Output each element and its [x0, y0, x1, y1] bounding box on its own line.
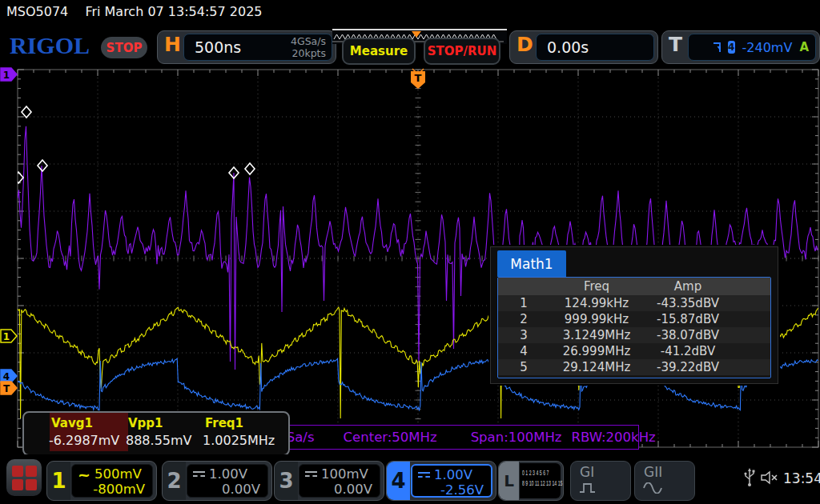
channel-4-offset: -2.56V	[412, 482, 491, 498]
memory-depth: 20kpts	[291, 47, 326, 59]
measurement-label: Vavg1	[51, 416, 93, 430]
column-freq: Freq	[549, 278, 644, 295]
clock: 13:54	[783, 470, 820, 486]
logic-row-2: 8 9 10 11 12 13 14 15	[522, 478, 543, 488]
stop-run-button[interactable]: STOP/RUN	[424, 38, 500, 65]
math1-table-rows: 1124.99kHz-43.35dBV2999.99kHz-15.87dBV33…	[498, 295, 770, 375]
table-row: 33.1249MHz-38.07dBV	[498, 327, 770, 343]
logic-channels-box[interactable]: L 0 1 2 3 4 5 6 7 8 9 10 11 12 13 14 15	[498, 461, 564, 501]
peak-markers	[14, 106, 255, 183]
generator-2-label: GII	[644, 464, 662, 480]
trigger-label: T	[669, 33, 682, 56]
fft-center: Center:50MHz	[344, 430, 437, 445]
model-name: MSO5074	[6, 4, 68, 19]
dc-coupling-icon	[305, 470, 317, 478]
square-wave-icon	[579, 482, 600, 494]
horizontal-label: H	[164, 33, 181, 56]
channel-3-offset: 0.00V	[299, 482, 380, 497]
math1-popup: Math1 Freq Amp 1124.99kHz-43.35dBV2999.9…	[490, 246, 778, 384]
sine-wave-icon	[643, 482, 664, 494]
channel-4-number: 4	[387, 462, 410, 500]
channel-2-box[interactable]: 2 1.00V 0.00V	[162, 461, 272, 501]
channel-3-box[interactable]: 3 100mV 0.00V	[274, 461, 384, 501]
logic-row-1: 0 1 2 3 4 5 6 7	[522, 467, 543, 478]
measurement-popup[interactable]: Vavg1 -6.2987mV Vpp1 888.55mV Freq1 1.00…	[22, 411, 290, 456]
channel-1-offset: -800mV	[72, 482, 152, 497]
run-state-badge: STOP	[101, 37, 147, 58]
measurement-value: 1.0025MHz	[203, 433, 275, 448]
menu-grid-icon	[12, 466, 37, 490]
delay-label: D	[517, 33, 533, 56]
status-line: MSO5074 Fri March 07 13:54:57 2025	[6, 4, 263, 19]
horizontal-settings-box[interactable]: H 500ns 4GSa/s 20kpts	[157, 30, 336, 64]
channel-3-number: 3	[275, 462, 298, 500]
table-row: 426.999MHz-41.2dBV	[498, 343, 770, 359]
dc-coupling-icon	[418, 471, 430, 479]
measurement-value: 888.55mV	[126, 433, 192, 448]
math1-peak-table: Freq Amp 1124.99kHz-43.35dBV2999.99kHz-1…	[497, 277, 771, 378]
measurement-label: Freq1	[205, 416, 243, 430]
svg-text:1: 1	[3, 70, 10, 81]
table-row: 2999.99kHz-15.87dBV	[498, 311, 770, 327]
trigger-slope-icon	[713, 41, 721, 54]
logic-label: L	[499, 462, 519, 500]
svg-text:T: T	[3, 383, 10, 394]
table-row: 1124.99kHz-43.35dBV	[498, 295, 770, 311]
channel-4-scale: 1.00V	[434, 467, 472, 482]
fft-status-bar: GSa/s Center:50MHz Span:100MHz RBW:200kH…	[271, 425, 639, 450]
svg-text:4: 4	[3, 371, 10, 382]
bottom-bar: 1 ~500mV -800mV 2 1.00V 0.00V 3 100mV 0.…	[0, 454, 820, 504]
channel-1-box[interactable]: 1 ~500mV -800mV	[46, 461, 157, 501]
measure-button[interactable]: Measure	[342, 38, 416, 65]
trigger-level-value: -240mV	[742, 40, 793, 55]
speaker-muted-icon	[761, 470, 782, 485]
dc-coupling-icon	[193, 470, 205, 478]
trigger-source-badge: 4	[728, 41, 735, 54]
math1-tab[interactable]: Math1	[497, 250, 566, 277]
sample-rate: 4GSa/s	[291, 35, 326, 47]
generator-1-label: GI	[580, 464, 594, 480]
generator-1-box[interactable]: GI	[570, 461, 631, 501]
timebase-value: 500ns	[184, 38, 241, 56]
table-row: 529.124MHz-39.22dBV	[498, 359, 770, 375]
trigger-position-marker: T	[411, 69, 425, 89]
column-amp: Amp	[644, 278, 732, 295]
delay-value: 0.00s	[537, 38, 589, 56]
datetime: Fri March 07 13:54:57 2025	[85, 4, 262, 19]
channel-1-scale: 500mV	[94, 466, 142, 482]
trigger-mode-auto: A	[799, 40, 809, 54]
measurement-label: Vpp1	[128, 416, 163, 430]
fft-rbw: RBW:200kHz	[572, 430, 656, 445]
generator-2-box[interactable]: GII	[634, 461, 695, 501]
svg-text:T: T	[415, 72, 422, 84]
ac-coupling-icon: ~	[78, 469, 90, 480]
channel-2-number: 2	[163, 462, 186, 500]
channel-2-scale: 1.00V	[209, 466, 247, 482]
channel-3-scale: 100mV	[321, 466, 368, 482]
measurement-value: -6.2987mV	[49, 433, 119, 448]
channel-position-markers: 114T	[1, 68, 17, 394]
svg-text:1: 1	[3, 331, 10, 342]
table-header: Freq Amp	[498, 278, 770, 295]
channel-2-offset: 0.00V	[187, 482, 267, 497]
oscilloscope-screen: 114TT GSa/s Center:50MHz Span:100MHz RBW…	[0, 0, 820, 504]
fft-span: Span:100MHz	[471, 430, 562, 445]
channel-1-number: 1	[47, 462, 70, 500]
rigol-logo: RIGOL	[10, 32, 90, 59]
channel-4-box[interactable]: 4 1.00V -2.56V	[386, 461, 496, 501]
usb-icon	[742, 466, 758, 487]
trigger-settings-box[interactable]: T 4 -240mV A	[661, 30, 820, 64]
menu-button[interactable]	[6, 459, 42, 496]
delay-settings-box[interactable]: D 0.00s	[509, 30, 658, 64]
